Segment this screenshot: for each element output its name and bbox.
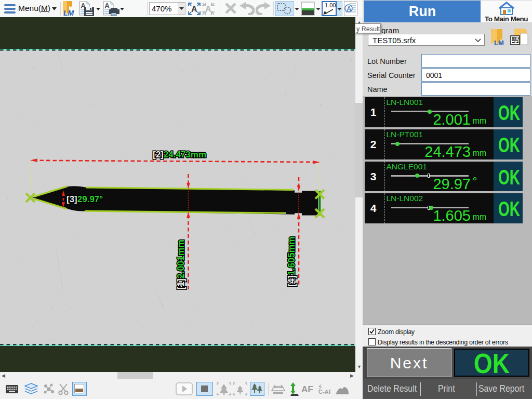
svg-text:A: A (205, 5, 211, 14)
svg-text:LM: LM (63, 9, 74, 16)
svg-text:[2]24.473mm: [2]24.473mm (153, 150, 206, 159)
svg-text:C-AF: C-AF (318, 389, 331, 395)
svg-text:[4]1.605mm: [4]1.605mm (286, 236, 297, 286)
svg-text:[1]2.001mm: [1]2.001mm (176, 240, 186, 289)
svg-text:A: A (347, 5, 352, 12)
svg-text:A: A (104, 2, 110, 10)
svg-text:A: A (191, 5, 197, 14)
svg-text:[3]29.97°: [3]29.97° (66, 194, 103, 204)
svg-text:LM: LM (494, 39, 504, 46)
